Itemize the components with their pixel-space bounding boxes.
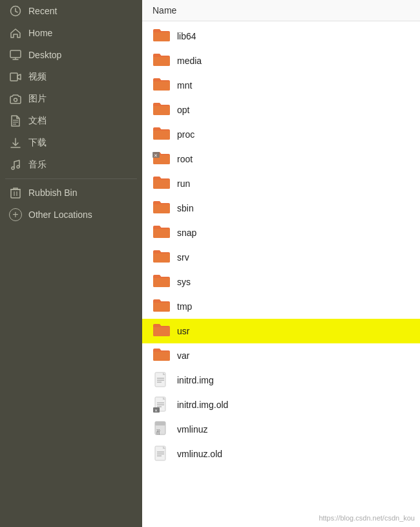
file-name-vmlinuz: vmlinuz bbox=[177, 424, 207, 435]
file-item-vmlinuz[interactable]: 10 01 vmlinuz bbox=[142, 417, 420, 442]
file-item-sbin[interactable]: sbin bbox=[142, 196, 420, 220]
sidebar-item-pictures[interactable]: 图片 bbox=[3, 89, 140, 109]
file-item-opt[interactable]: opt bbox=[142, 98, 420, 122]
svg-rect-1 bbox=[10, 50, 21, 58]
file-item-initrd.img.old[interactable]: ✕ initrd.img.old bbox=[142, 393, 420, 417]
file-item-snap[interactable]: snap bbox=[142, 220, 420, 245]
file-item-usr[interactable]: usr bbox=[142, 319, 420, 343]
folder-icon: ✕ bbox=[152, 150, 171, 168]
sidebar-item-downloads[interactable]: 下载 bbox=[3, 133, 140, 153]
folder-icon bbox=[152, 297, 171, 316]
folder-icon bbox=[152, 27, 171, 45]
svg-text:01: 01 bbox=[156, 431, 160, 435]
file-item-srv[interactable]: srv bbox=[142, 245, 420, 270]
file-name-tmp: tmp bbox=[177, 301, 192, 312]
file-name-sys: sys bbox=[177, 277, 191, 287]
sidebar-music-label: 音乐 bbox=[28, 159, 47, 171]
folder-icon bbox=[152, 175, 171, 193]
file-name-usr: usr bbox=[177, 326, 189, 336]
folder-icon bbox=[152, 52, 171, 70]
folder-icon bbox=[152, 76, 171, 94]
sidebar-pictures-label: 图片 bbox=[28, 93, 47, 105]
sidebar-documents-label: 文档 bbox=[28, 115, 47, 127]
file-name-run: run bbox=[177, 178, 190, 189]
file-name-initrd.img: initrd.img bbox=[177, 375, 214, 385]
sidebar-videos-label: 视频 bbox=[28, 71, 47, 83]
file-item-root[interactable]: ✕ root bbox=[142, 147, 420, 171]
sidebar: Recent Home Desktop 视频 bbox=[0, 0, 142, 527]
document-icon bbox=[9, 114, 22, 127]
svg-rect-12 bbox=[11, 189, 20, 198]
sidebar-item-recent[interactable]: Recent bbox=[3, 1, 140, 21]
svg-point-5 bbox=[14, 98, 17, 102]
svg-rect-29 bbox=[155, 422, 165, 425]
svg-point-11 bbox=[17, 166, 19, 168]
file-name-vmlinuz.old: vmlinuz.old bbox=[177, 449, 222, 459]
folder-icon bbox=[152, 248, 171, 266]
file-item-mnt[interactable]: mnt bbox=[142, 73, 420, 98]
sidebar-item-home[interactable]: Home bbox=[3, 23, 140, 43]
file-name-mnt: mnt bbox=[177, 80, 192, 91]
folder-icon bbox=[152, 199, 171, 217]
file-name-snap: snap bbox=[177, 228, 196, 238]
sidebar-divider bbox=[5, 178, 137, 179]
file-item-tmp[interactable]: tmp bbox=[142, 294, 420, 319]
file-item-sys[interactable]: sys bbox=[142, 270, 420, 294]
file-item-var[interactable]: var bbox=[142, 343, 420, 368]
download-icon bbox=[9, 136, 22, 149]
file-list-header: Name bbox=[142, 0, 420, 21]
sidebar-other-label: Other Locations bbox=[28, 210, 92, 220]
file-list: lib64 media mnt opt proc ✕ root run sbin… bbox=[142, 21, 420, 527]
svg-text:✕: ✕ bbox=[154, 153, 158, 158]
file-name-proc: proc bbox=[177, 129, 194, 140]
trash-icon bbox=[9, 186, 22, 199]
sidebar-desktop-label: Desktop bbox=[28, 50, 61, 60]
file-name-media: media bbox=[177, 56, 202, 66]
file-name-var: var bbox=[177, 350, 189, 361]
file-name-opt: opt bbox=[177, 105, 189, 115]
main-content: Name lib64 media mnt opt proc ✕ root run… bbox=[142, 0, 420, 527]
recent-icon bbox=[9, 5, 22, 17]
plus-icon: + bbox=[9, 208, 22, 221]
file-icon: 10 01 bbox=[152, 420, 171, 438]
file-item-initrd.img[interactable]: initrd.img bbox=[142, 368, 420, 393]
column-name: Name bbox=[152, 5, 176, 16]
file-item-proc[interactable]: proc bbox=[142, 122, 420, 147]
file-name-lib64: lib64 bbox=[177, 31, 196, 41]
sidebar-item-other-locations[interactable]: + Other Locations bbox=[3, 204, 140, 225]
file-name-srv: srv bbox=[177, 252, 189, 263]
folder-icon bbox=[152, 322, 171, 340]
file-icon: ✕ bbox=[152, 396, 171, 414]
file-item-media[interactable]: media bbox=[142, 48, 420, 73]
file-item-vmlinuz.old[interactable]: vmlinuz.old bbox=[142, 442, 420, 466]
file-name-root: root bbox=[177, 154, 193, 164]
desktop-icon bbox=[9, 48, 22, 61]
camera-icon bbox=[9, 92, 22, 105]
music-icon bbox=[9, 158, 22, 171]
sidebar-rubbish-label: Rubbish Bin bbox=[28, 188, 78, 198]
file-icon bbox=[152, 445, 171, 463]
sidebar-item-desktop[interactable]: Desktop bbox=[3, 45, 140, 65]
folder-icon bbox=[152, 224, 171, 242]
svg-text:✕: ✕ bbox=[154, 409, 158, 413]
file-item-lib64[interactable]: lib64 bbox=[142, 24, 420, 48]
sidebar-downloads-label: 下载 bbox=[28, 137, 47, 149]
svg-point-10 bbox=[12, 167, 14, 169]
folder-icon bbox=[152, 273, 171, 291]
folder-icon bbox=[152, 125, 171, 144]
file-name-sbin: sbin bbox=[177, 203, 194, 213]
svg-rect-4 bbox=[10, 73, 17, 81]
sidebar-item-rubbish[interactable]: Rubbish Bin bbox=[3, 182, 140, 203]
sidebar-item-videos[interactable]: 视频 bbox=[3, 67, 140, 87]
file-item-run[interactable]: run bbox=[142, 171, 420, 196]
video-icon bbox=[9, 70, 22, 83]
folder-icon bbox=[152, 347, 171, 365]
file-icon bbox=[152, 371, 171, 389]
sidebar-recent-label: Recent bbox=[28, 6, 57, 16]
sidebar-item-documents[interactable]: 文档 bbox=[3, 111, 140, 131]
file-name-initrd.img.old: initrd.img.old bbox=[177, 400, 228, 410]
folder-icon bbox=[152, 101, 171, 119]
sidebar-item-music[interactable]: 音乐 bbox=[3, 155, 140, 175]
sidebar-home-label: Home bbox=[28, 28, 52, 38]
home-icon bbox=[9, 27, 22, 39]
